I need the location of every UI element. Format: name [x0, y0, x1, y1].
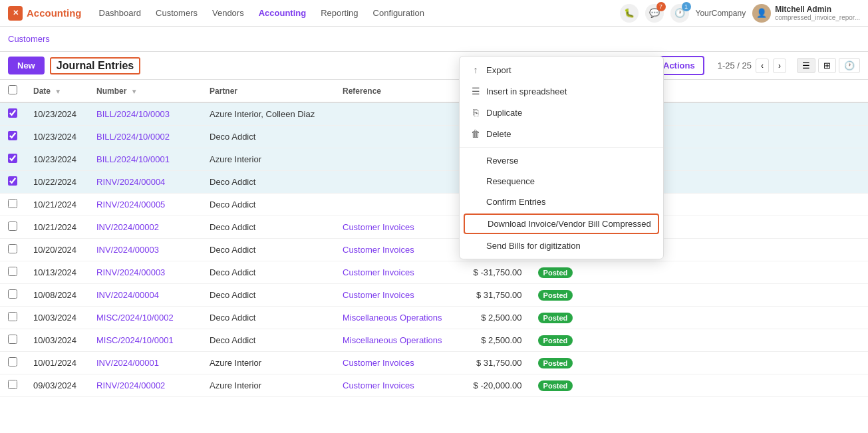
row-checkbox[interactable] — [8, 267, 17, 276]
col-header-number[interactable]: Number ▼ — [88, 80, 202, 102]
nav-app-name: Accounting — [27, 7, 82, 19]
nav-logo[interactable]: ✕ Accounting — [8, 6, 82, 21]
breadcrumb-customers[interactable]: Customers — [8, 34, 50, 44]
bug-icon-btn[interactable]: 🐛 — [620, 4, 639, 23]
list-view-btn[interactable]: ☰ — [797, 58, 815, 73]
company-name[interactable]: YourCompany — [696, 9, 746, 18]
row-checkbox[interactable] — [8, 244, 17, 253]
second-nav: Customers — [0, 27, 868, 52]
cell-number[interactable]: RINV/2024/00004 — [88, 171, 202, 194]
nav-reporting[interactable]: Reporting — [314, 5, 364, 21]
new-button[interactable]: New — [8, 57, 45, 74]
table-row: 10/03/2024 MISC/2024/10/0002 Deco Addict… — [0, 307, 868, 329]
messages-icon-btn[interactable]: 💬 7 — [645, 4, 664, 23]
status-badge: Posted — [538, 290, 573, 301]
view-buttons: ☰ ⊞ 🕐 — [797, 58, 860, 73]
cell-date: 10/23/2024 — [25, 126, 88, 148]
cell-date: 10/13/2024 — [25, 261, 88, 284]
row-checkbox[interactable] — [8, 221, 17, 231]
cell-number[interactable]: RINV/2024/00003 — [88, 261, 202, 284]
cell-date: 10/23/2024 — [25, 102, 88, 126]
cell-actions — [590, 374, 868, 397]
export-icon: ↑ — [470, 65, 481, 75]
cell-partner: Azure Interior — [202, 148, 335, 171]
row-checkbox[interactable] — [8, 108, 17, 118]
table-row: 10/22/2024 RINV/2024/00004 Deco Addict $… — [0, 171, 868, 194]
kanban-view-btn[interactable]: ⊞ — [818, 58, 836, 73]
user-name: Mitchell Admin — [775, 5, 860, 14]
cell-partner: Deco Addict — [202, 194, 335, 216]
next-page-btn[interactable]: › — [773, 59, 786, 73]
menu-export[interactable]: ↑ Export — [460, 59, 663, 80]
row-checkbox[interactable] — [8, 131, 17, 140]
cell-number[interactable]: MISC/2024/10/0001 — [88, 329, 202, 352]
cell-number[interactable]: RINV/2024/00005 — [88, 194, 202, 216]
nav-configuration[interactable]: Configuration — [366, 5, 431, 21]
menu-send-bills[interactable]: Send Bills for digitization — [460, 235, 663, 256]
trash-icon: 🗑 — [470, 128, 481, 139]
cell-partner: Deco Addict — [202, 126, 335, 148]
nav-customers[interactable]: Customers — [149, 5, 204, 21]
insert-spreadsheet-label: Insert in spreadsheet — [486, 86, 567, 96]
menu-resequence[interactable]: Resequence — [460, 171, 663, 192]
cell-number[interactable]: INV/2024/00002 — [88, 216, 202, 239]
cell-total: $ 2,500.00 — [450, 329, 530, 352]
cell-total: $ 2,500.00 — [450, 307, 530, 329]
toolbar: New Journal Entries 4 selected ✕ 🖨 Print… — [0, 52, 868, 80]
menu-duplicate[interactable]: ⎘ Duplicate — [460, 102, 663, 123]
nav-accounting[interactable]: Accounting — [252, 5, 313, 21]
user-menu[interactable]: 👤 Mitchell Admin compressed_invoice_repo… — [752, 4, 860, 23]
menu-insert-spreadsheet[interactable]: ☰ Insert in spreadsheet — [460, 80, 663, 102]
cell-number[interactable]: MISC/2024/10/0002 — [88, 307, 202, 329]
row-checkbox[interactable] — [8, 380, 17, 389]
page-title: Journal Entries — [50, 57, 140, 74]
cell-number[interactable]: BILL/2024/10/0001 — [88, 148, 202, 171]
nav-vendors[interactable]: Vendors — [206, 5, 251, 21]
col-header-date[interactable]: Date ▼ — [25, 80, 88, 102]
menu-delete[interactable]: 🗑 Delete — [460, 123, 663, 144]
cell-partner: Azure Interior — [202, 352, 335, 374]
user-subtitle: compressed_invoice_repor... — [775, 14, 860, 21]
table-row: 10/21/2024 INV/2024/00002 Deco Addict Cu… — [0, 216, 868, 239]
cell-date: 10/08/2024 — [25, 284, 88, 307]
row-checkbox[interactable] — [8, 312, 17, 321]
cell-number[interactable]: BILL/2024/10/0003 — [88, 102, 202, 126]
row-checkbox[interactable] — [8, 335, 17, 344]
row-checkbox[interactable] — [8, 154, 17, 163]
cell-number[interactable]: BILL/2024/10/0002 — [88, 126, 202, 148]
journal-entries-table: Date ▼ Number ▼ Partner Reference Total … — [0, 80, 868, 397]
pagination-text: 1-25 / 25 — [718, 61, 752, 71]
row-checkbox[interactable] — [8, 289, 17, 299]
col-header-partner[interactable]: Partner — [202, 80, 335, 102]
cell-number[interactable]: INV/2024/00003 — [88, 239, 202, 261]
col-header-reference[interactable]: Reference — [335, 80, 450, 102]
cell-date: 10/23/2024 — [25, 148, 88, 171]
table-row: 10/01/2024 INV/2024/00001 Azure Interior… — [0, 352, 868, 374]
row-checkbox[interactable] — [8, 357, 17, 366]
main-nav: Dashboard Customers Vendors Accounting R… — [92, 5, 431, 21]
top-nav: ✕ Accounting Dashboard Customers Vendors… — [0, 0, 868, 27]
select-all-checkbox[interactable] — [8, 85, 17, 94]
duplicate-label: Duplicate — [486, 108, 522, 118]
cell-reference — [335, 102, 450, 126]
cell-date: 10/20/2024 — [25, 239, 88, 261]
cell-number[interactable]: RINV/2024/00002 — [88, 374, 202, 397]
cell-number[interactable]: INV/2024/00001 — [88, 352, 202, 374]
export-label: Export — [486, 65, 511, 75]
cell-partner: Azure Interior, Colleen Diaz — [202, 102, 335, 126]
settings-view-btn[interactable]: 🕐 — [839, 58, 860, 73]
cell-date: 09/03/2024 — [25, 374, 88, 397]
menu-reverse[interactable]: Reverse — [460, 150, 663, 171]
cell-total: $ 31,750.00 — [450, 352, 530, 374]
activities-icon-btn[interactable]: 🕐 1 — [670, 4, 689, 23]
row-checkbox[interactable] — [8, 199, 17, 208]
menu-confirm-entries[interactable]: Confirm Entries — [460, 192, 663, 212]
nav-dashboard[interactable]: Dashboard — [92, 5, 148, 21]
row-checkbox[interactable] — [8, 176, 17, 186]
menu-download-compressed[interactable]: Download Invoice/Vendor Bill Compressed — [464, 214, 659, 234]
cell-reference: Customer Invoices — [335, 352, 450, 374]
cell-number[interactable]: INV/2024/00004 — [88, 284, 202, 307]
cell-total: $ -31,750.00 — [450, 261, 530, 284]
cell-actions — [590, 307, 868, 329]
prev-page-btn[interactable]: ‹ — [756, 59, 769, 73]
